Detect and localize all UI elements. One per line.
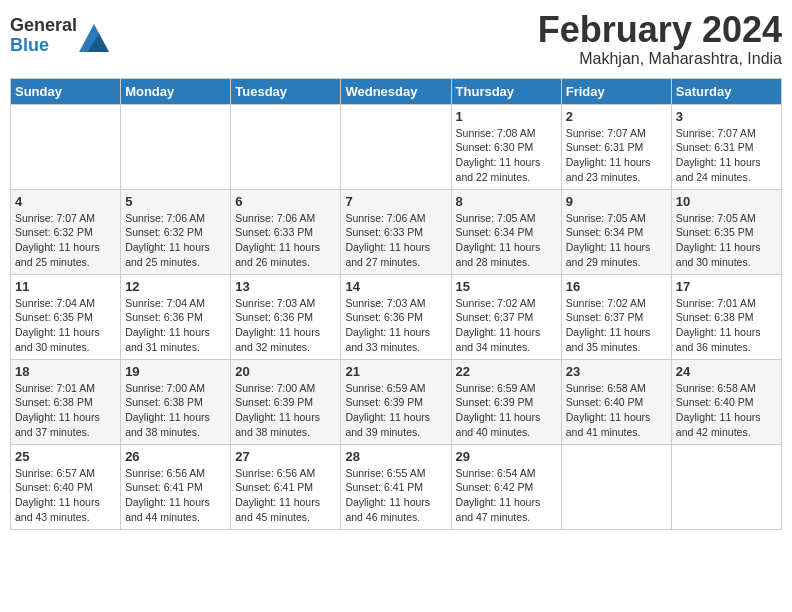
- calendar-cell: 22Sunrise: 6:59 AM Sunset: 6:39 PM Dayli…: [451, 359, 561, 444]
- day-info: Sunrise: 6:58 AM Sunset: 6:40 PM Dayligh…: [676, 381, 777, 440]
- day-info: Sunrise: 7:05 AM Sunset: 6:34 PM Dayligh…: [456, 211, 557, 270]
- calendar-cell: 25Sunrise: 6:57 AM Sunset: 6:40 PM Dayli…: [11, 444, 121, 529]
- day-number: 1: [456, 109, 557, 124]
- day-number: 23: [566, 364, 667, 379]
- calendar-table: SundayMondayTuesdayWednesdayThursdayFrid…: [10, 78, 782, 530]
- day-info: Sunrise: 7:07 AM Sunset: 6:31 PM Dayligh…: [676, 126, 777, 185]
- day-number: 18: [15, 364, 116, 379]
- day-number: 6: [235, 194, 336, 209]
- month-title: February 2024: [538, 10, 782, 50]
- day-info: Sunrise: 7:06 AM Sunset: 6:33 PM Dayligh…: [345, 211, 446, 270]
- col-header-monday: Monday: [121, 78, 231, 104]
- calendar-cell: 19Sunrise: 7:00 AM Sunset: 6:38 PM Dayli…: [121, 359, 231, 444]
- calendar-cell: 2Sunrise: 7:07 AM Sunset: 6:31 PM Daylig…: [561, 104, 671, 189]
- calendar-cell: 9Sunrise: 7:05 AM Sunset: 6:34 PM Daylig…: [561, 189, 671, 274]
- day-number: 24: [676, 364, 777, 379]
- calendar-cell: 12Sunrise: 7:04 AM Sunset: 6:36 PM Dayli…: [121, 274, 231, 359]
- day-number: 26: [125, 449, 226, 464]
- day-number: 5: [125, 194, 226, 209]
- calendar-cell: 11Sunrise: 7:04 AM Sunset: 6:35 PM Dayli…: [11, 274, 121, 359]
- day-info: Sunrise: 7:07 AM Sunset: 6:32 PM Dayligh…: [15, 211, 116, 270]
- day-info: Sunrise: 7:05 AM Sunset: 6:35 PM Dayligh…: [676, 211, 777, 270]
- day-info: Sunrise: 6:59 AM Sunset: 6:39 PM Dayligh…: [456, 381, 557, 440]
- day-info: Sunrise: 7:01 AM Sunset: 6:38 PM Dayligh…: [676, 296, 777, 355]
- day-number: 10: [676, 194, 777, 209]
- day-number: 11: [15, 279, 116, 294]
- week-row-4: 18Sunrise: 7:01 AM Sunset: 6:38 PM Dayli…: [11, 359, 782, 444]
- day-number: 21: [345, 364, 446, 379]
- calendar-cell: 20Sunrise: 7:00 AM Sunset: 6:39 PM Dayli…: [231, 359, 341, 444]
- calendar-cell: [11, 104, 121, 189]
- calendar-cell: 15Sunrise: 7:02 AM Sunset: 6:37 PM Dayli…: [451, 274, 561, 359]
- day-number: 27: [235, 449, 336, 464]
- day-info: Sunrise: 6:55 AM Sunset: 6:41 PM Dayligh…: [345, 466, 446, 525]
- day-number: 9: [566, 194, 667, 209]
- calendar-cell: 6Sunrise: 7:06 AM Sunset: 6:33 PM Daylig…: [231, 189, 341, 274]
- day-number: 16: [566, 279, 667, 294]
- day-info: Sunrise: 6:59 AM Sunset: 6:39 PM Dayligh…: [345, 381, 446, 440]
- logo: General Blue: [10, 16, 109, 56]
- col-header-wednesday: Wednesday: [341, 78, 451, 104]
- day-info: Sunrise: 6:57 AM Sunset: 6:40 PM Dayligh…: [15, 466, 116, 525]
- day-number: 15: [456, 279, 557, 294]
- day-info: Sunrise: 7:05 AM Sunset: 6:34 PM Dayligh…: [566, 211, 667, 270]
- calendar-cell: 27Sunrise: 6:56 AM Sunset: 6:41 PM Dayli…: [231, 444, 341, 529]
- day-number: 17: [676, 279, 777, 294]
- page-header: General Blue February 2024 Makhjan, Maha…: [10, 10, 782, 68]
- day-info: Sunrise: 6:56 AM Sunset: 6:41 PM Dayligh…: [235, 466, 336, 525]
- day-number: 14: [345, 279, 446, 294]
- day-info: Sunrise: 7:04 AM Sunset: 6:36 PM Dayligh…: [125, 296, 226, 355]
- day-info: Sunrise: 6:58 AM Sunset: 6:40 PM Dayligh…: [566, 381, 667, 440]
- calendar-cell: 26Sunrise: 6:56 AM Sunset: 6:41 PM Dayli…: [121, 444, 231, 529]
- day-info: Sunrise: 7:00 AM Sunset: 6:38 PM Dayligh…: [125, 381, 226, 440]
- week-row-5: 25Sunrise: 6:57 AM Sunset: 6:40 PM Dayli…: [11, 444, 782, 529]
- col-header-saturday: Saturday: [671, 78, 781, 104]
- calendar-cell: [231, 104, 341, 189]
- day-info: Sunrise: 7:08 AM Sunset: 6:30 PM Dayligh…: [456, 126, 557, 185]
- calendar-cell: 1Sunrise: 7:08 AM Sunset: 6:30 PM Daylig…: [451, 104, 561, 189]
- calendar-cell: 3Sunrise: 7:07 AM Sunset: 6:31 PM Daylig…: [671, 104, 781, 189]
- calendar-cell: 16Sunrise: 7:02 AM Sunset: 6:37 PM Dayli…: [561, 274, 671, 359]
- day-info: Sunrise: 7:02 AM Sunset: 6:37 PM Dayligh…: [456, 296, 557, 355]
- calendar-cell: 4Sunrise: 7:07 AM Sunset: 6:32 PM Daylig…: [11, 189, 121, 274]
- day-number: 19: [125, 364, 226, 379]
- calendar-cell: 28Sunrise: 6:55 AM Sunset: 6:41 PM Dayli…: [341, 444, 451, 529]
- calendar-cell: [121, 104, 231, 189]
- week-row-2: 4Sunrise: 7:07 AM Sunset: 6:32 PM Daylig…: [11, 189, 782, 274]
- calendar-cell: 10Sunrise: 7:05 AM Sunset: 6:35 PM Dayli…: [671, 189, 781, 274]
- calendar-cell: 21Sunrise: 6:59 AM Sunset: 6:39 PM Dayli…: [341, 359, 451, 444]
- day-info: Sunrise: 7:02 AM Sunset: 6:37 PM Dayligh…: [566, 296, 667, 355]
- day-number: 25: [15, 449, 116, 464]
- day-number: 2: [566, 109, 667, 124]
- day-number: 3: [676, 109, 777, 124]
- col-header-friday: Friday: [561, 78, 671, 104]
- day-number: 20: [235, 364, 336, 379]
- calendar-cell: 7Sunrise: 7:06 AM Sunset: 6:33 PM Daylig…: [341, 189, 451, 274]
- day-number: 12: [125, 279, 226, 294]
- day-info: Sunrise: 7:01 AM Sunset: 6:38 PM Dayligh…: [15, 381, 116, 440]
- day-number: 28: [345, 449, 446, 464]
- day-number: 29: [456, 449, 557, 464]
- day-number: 13: [235, 279, 336, 294]
- calendar-cell: 17Sunrise: 7:01 AM Sunset: 6:38 PM Dayli…: [671, 274, 781, 359]
- week-row-3: 11Sunrise: 7:04 AM Sunset: 6:35 PM Dayli…: [11, 274, 782, 359]
- day-info: Sunrise: 7:03 AM Sunset: 6:36 PM Dayligh…: [345, 296, 446, 355]
- calendar-cell: 13Sunrise: 7:03 AM Sunset: 6:36 PM Dayli…: [231, 274, 341, 359]
- col-header-tuesday: Tuesday: [231, 78, 341, 104]
- calendar-cell: 24Sunrise: 6:58 AM Sunset: 6:40 PM Dayli…: [671, 359, 781, 444]
- location-title: Makhjan, Maharashtra, India: [538, 50, 782, 68]
- logo-blue: Blue: [10, 35, 49, 55]
- calendar-cell: [341, 104, 451, 189]
- day-info: Sunrise: 7:03 AM Sunset: 6:36 PM Dayligh…: [235, 296, 336, 355]
- col-header-thursday: Thursday: [451, 78, 561, 104]
- title-block: February 2024 Makhjan, Maharashtra, Indi…: [538, 10, 782, 68]
- calendar-cell: 8Sunrise: 7:05 AM Sunset: 6:34 PM Daylig…: [451, 189, 561, 274]
- day-info: Sunrise: 7:06 AM Sunset: 6:33 PM Dayligh…: [235, 211, 336, 270]
- day-info: Sunrise: 7:04 AM Sunset: 6:35 PM Dayligh…: [15, 296, 116, 355]
- calendar-cell: 14Sunrise: 7:03 AM Sunset: 6:36 PM Dayli…: [341, 274, 451, 359]
- col-header-sunday: Sunday: [11, 78, 121, 104]
- week-row-1: 1Sunrise: 7:08 AM Sunset: 6:30 PM Daylig…: [11, 104, 782, 189]
- calendar-cell: 5Sunrise: 7:06 AM Sunset: 6:32 PM Daylig…: [121, 189, 231, 274]
- calendar-cell: [561, 444, 671, 529]
- calendar-cell: 18Sunrise: 7:01 AM Sunset: 6:38 PM Dayli…: [11, 359, 121, 444]
